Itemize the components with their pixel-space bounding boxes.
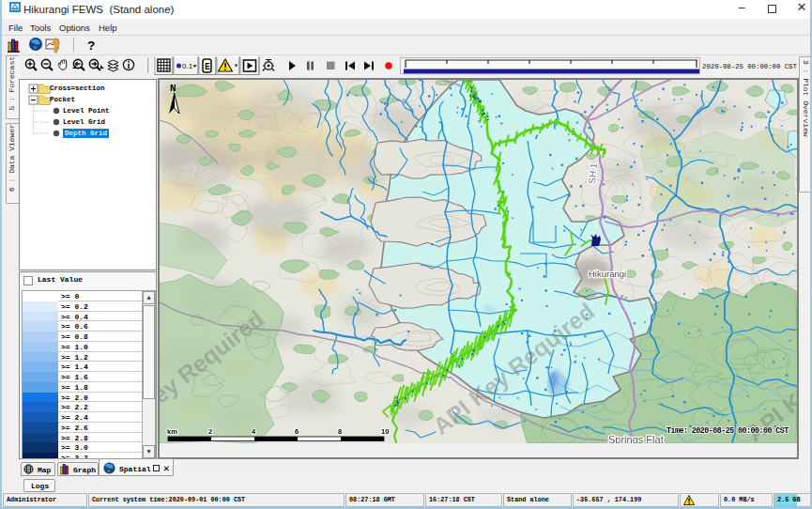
svg-text:?: ? <box>87 39 95 53</box>
svg-text:8: 8 <box>338 427 342 436</box>
svg-text:N: N <box>170 83 176 94</box>
svg-text:E: E <box>205 62 210 72</box>
svg-text:0.1: 0.1 <box>182 62 193 70</box>
svg-text:Hikurangi: Hikurangi <box>589 269 626 279</box>
svg-text:6: 6 <box>295 427 299 436</box>
svg-text:2: 2 <box>208 427 212 436</box>
svg-text:km: km <box>167 427 177 436</box>
svg-text:Springs Flat: Springs Flat <box>608 434 664 443</box>
svg-text:Time: 2020-08-25 00:00:00 CST: Time: 2020-08-25 00:00:00 CST <box>666 426 789 436</box>
svg-text:10: 10 <box>381 427 389 436</box>
svg-text:SH 1: SH 1 <box>587 162 599 185</box>
svg-text:2020-08-25 00:00:00 CST: 2020-08-25 00:00:00 CST <box>702 63 797 70</box>
